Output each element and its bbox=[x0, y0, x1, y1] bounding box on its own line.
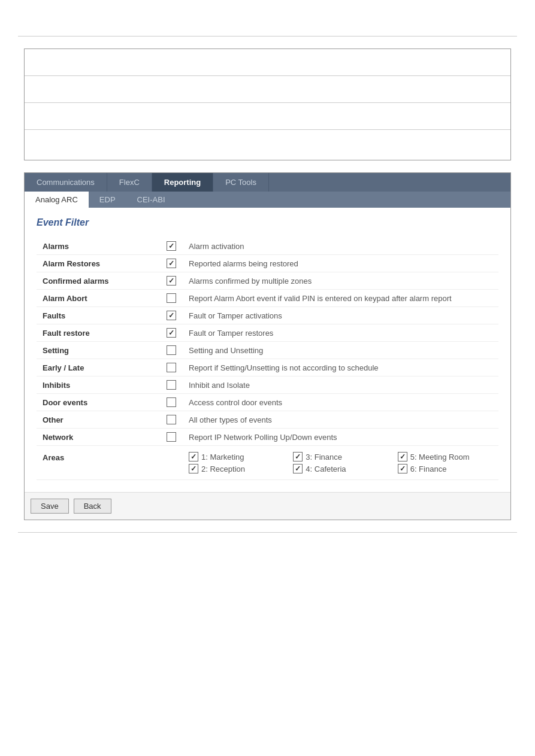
event-description: Alarms confirmed by multiple zones bbox=[186, 272, 498, 290]
table-row: Early / Late Report if Setting/Unsetting… bbox=[37, 359, 498, 377]
confirmed-alarms-checkbox[interactable] bbox=[167, 276, 176, 286]
event-description: Alarm activation bbox=[186, 238, 498, 255]
bottom-rule bbox=[18, 532, 517, 533]
event-checkbox-cell bbox=[156, 238, 186, 255]
event-description: Setting and Unsetting bbox=[186, 342, 498, 359]
area-4-label: 4: Cafeteria bbox=[306, 464, 346, 473]
alarm-abort-checkbox[interactable] bbox=[167, 293, 176, 303]
area-item-3: 3: Finance bbox=[293, 452, 391, 462]
area-1-checkbox[interactable] bbox=[189, 452, 198, 462]
event-description: Fault or Tamper activations bbox=[186, 307, 498, 324]
table-row: Alarm Restores Reported alarms being res… bbox=[37, 255, 498, 272]
event-label: Other bbox=[37, 411, 156, 429]
page-wrapper: manualsrive.com Communications FlexC Rep… bbox=[0, 36, 535, 756]
table-row: Fault restore Fault or Tamper restores bbox=[37, 324, 498, 342]
event-description: Report if Setting/Unsetting is not accor… bbox=[186, 359, 498, 377]
save-button[interactable]: Save bbox=[31, 499, 69, 514]
early-late-checkbox[interactable] bbox=[167, 363, 176, 372]
event-label: Early / Late bbox=[37, 359, 156, 377]
tab-analog-arc[interactable]: Analog ARC bbox=[25, 192, 89, 208]
event-label: Network bbox=[37, 429, 156, 446]
event-checkbox-cell bbox=[156, 255, 186, 272]
tab-pc-tools[interactable]: PC Tools bbox=[213, 173, 269, 192]
event-filter-table: Alarms Alarm activation Alarm Restores bbox=[37, 238, 498, 480]
top-rule bbox=[18, 36, 517, 37]
areas-label: Areas bbox=[37, 446, 156, 480]
event-checkbox-cell bbox=[156, 394, 186, 411]
event-label: Inhibits bbox=[37, 377, 156, 394]
fault-restore-checkbox[interactable] bbox=[167, 328, 176, 338]
tab-edp[interactable]: EDP bbox=[89, 192, 126, 208]
event-description: All other types of events bbox=[186, 411, 498, 429]
area-3-checkbox[interactable] bbox=[293, 452, 303, 462]
content-area: Event Filter Alarms Alarm activation bbox=[25, 208, 510, 492]
event-checkbox-cell bbox=[156, 307, 186, 324]
areas-checkbox-spacer bbox=[156, 446, 186, 480]
tab-reporting[interactable]: Reporting bbox=[152, 173, 213, 192]
table-row: Alarms Alarm activation bbox=[37, 238, 498, 255]
inhibits-checkbox[interactable] bbox=[167, 380, 176, 390]
event-label: Faults bbox=[37, 307, 156, 324]
areas-row: Areas 1: Marketing 3: Finance bbox=[37, 446, 498, 480]
event-label: Fault restore bbox=[37, 324, 156, 342]
upper-box-row-3 bbox=[25, 103, 510, 130]
button-row: Save Back bbox=[25, 492, 510, 520]
alarm-restores-checkbox[interactable] bbox=[167, 259, 176, 268]
area-2-checkbox[interactable] bbox=[189, 464, 198, 473]
door-events-checkbox[interactable] bbox=[167, 397, 176, 407]
tab-flexc[interactable]: FlexC bbox=[107, 173, 152, 192]
tab-cei-abi[interactable]: CEI-ABI bbox=[126, 192, 176, 208]
event-label: Setting bbox=[37, 342, 156, 359]
upper-box-row-2 bbox=[25, 76, 510, 103]
table-row: Alarm Abort Report Alarm Abort event if … bbox=[37, 290, 498, 307]
back-button[interactable]: Back bbox=[74, 499, 111, 514]
area-1-label: 1: Marketing bbox=[201, 453, 244, 462]
area-5-checkbox[interactable] bbox=[398, 452, 407, 462]
other-checkbox[interactable] bbox=[167, 415, 176, 424]
alarms-checkbox[interactable] bbox=[167, 241, 176, 251]
sub-tab-bar: Analog ARC EDP CEI-ABI bbox=[25, 192, 510, 208]
event-checkbox-cell bbox=[156, 359, 186, 377]
event-description: Access control door events bbox=[186, 394, 498, 411]
event-label: Alarm Restores bbox=[37, 255, 156, 272]
area-item-1: 1: Marketing bbox=[189, 452, 287, 462]
event-checkbox-cell bbox=[156, 377, 186, 394]
area-item-5: 5: Meeting Room bbox=[398, 452, 496, 462]
event-checkbox-cell bbox=[156, 411, 186, 429]
event-description: Report Alarm Abort event if valid PIN is… bbox=[186, 290, 498, 307]
table-row: Network Report IP Network Polling Up/Dow… bbox=[37, 429, 498, 446]
table-row: Other All other types of events bbox=[37, 411, 498, 429]
event-checkbox-cell bbox=[156, 342, 186, 359]
event-description: Fault or Tamper restores bbox=[186, 324, 498, 342]
event-checkbox-cell bbox=[156, 290, 186, 307]
table-row: Confirmed alarms Alarms confirmed by mul… bbox=[37, 272, 498, 290]
event-label: Alarms bbox=[37, 238, 156, 255]
upper-box-row-1 bbox=[25, 49, 510, 76]
area-item-4: 4: Cafeteria bbox=[293, 464, 391, 473]
table-row: Inhibits Inhibit and Isolate bbox=[37, 377, 498, 394]
faults-checkbox[interactable] bbox=[167, 311, 176, 320]
event-label: Alarm Abort bbox=[37, 290, 156, 307]
tab-communications[interactable]: Communications bbox=[25, 173, 107, 192]
event-checkbox-cell bbox=[156, 429, 186, 446]
area-4-checkbox[interactable] bbox=[293, 464, 303, 473]
areas-grid: 1: Marketing 3: Finance 5: Meeting Room bbox=[189, 452, 496, 473]
area-2-label: 2: Reception bbox=[201, 464, 245, 473]
event-description: Reported alarms being restored bbox=[186, 255, 498, 272]
table-row: Setting Setting and Unsetting bbox=[37, 342, 498, 359]
area-6-label: 6: Finance bbox=[410, 464, 447, 473]
event-description: Report IP Network Polling Up/Down events bbox=[186, 429, 498, 446]
event-label: Door events bbox=[37, 394, 156, 411]
event-checkbox-cell bbox=[156, 324, 186, 342]
upper-box bbox=[24, 48, 511, 160]
network-checkbox[interactable] bbox=[167, 432, 176, 442]
area-item-2: 2: Reception bbox=[189, 464, 287, 473]
event-label: Confirmed alarms bbox=[37, 272, 156, 290]
section-title: Event Filter bbox=[37, 217, 498, 228]
upper-box-row-4 bbox=[25, 130, 510, 160]
table-row: Faults Fault or Tamper activations bbox=[37, 307, 498, 324]
area-6-checkbox[interactable] bbox=[398, 464, 407, 473]
top-tab-bar: Communications FlexC Reporting PC Tools bbox=[25, 173, 510, 192]
table-row: Door events Access control door events bbox=[37, 394, 498, 411]
setting-checkbox[interactable] bbox=[167, 345, 176, 355]
